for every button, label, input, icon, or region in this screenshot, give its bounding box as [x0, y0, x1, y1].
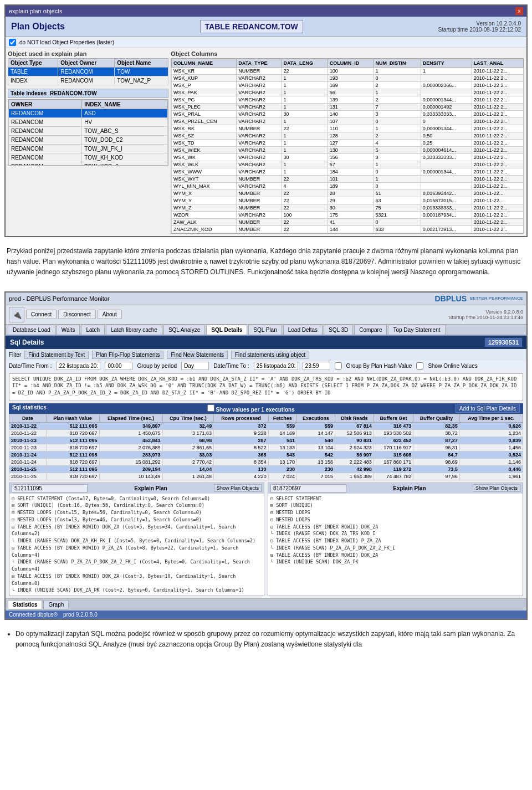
- explain-panel-left: Explain Plan Show Plan Objects ⊟ SELECT …: [9, 483, 264, 597]
- show-plan-objects-right[interactable]: Show Plan Objects: [473, 484, 520, 492]
- bottom-tab-statistics[interactable]: Statistics: [8, 600, 42, 609]
- object-used-row[interactable]: TABLEREDANCOMTOW: [8, 68, 168, 76]
- stats-table: DatePlan Hash ValueElapsed Time (sec.)Cp…: [9, 414, 523, 480]
- stats-col-header: Buffer Quality: [413, 414, 459, 422]
- explain-id-right[interactable]: [270, 484, 346, 493]
- col-row: WSK_RKNUMBER2211010,000001344...2010-11-…: [172, 125, 524, 132]
- status-bar: Connected dbplus® prod 9.2.0.8.0: [6, 611, 526, 619]
- group-hash-checkbox[interactable]: [335, 362, 342, 370]
- connect-button[interactable]: Connect: [26, 310, 57, 319]
- find-using-button[interactable]: Find statements using object: [231, 351, 309, 359]
- index-row[interactable]: REDANCOMTOW_JM_FK_I: [9, 145, 168, 153]
- stats-row: 2010-11-24512 111 095283,97333,033655435…: [9, 451, 523, 458]
- index-row[interactable]: REDANCOMTOW_KH_KOD: [9, 153, 168, 162]
- tree-item: ⊟ NESTED LOOPS: [270, 509, 520, 516]
- nav-tab-database-load[interactable]: Database Load: [8, 325, 55, 335]
- nav-tab-load-deltas[interactable]: Load Deltas: [283, 325, 323, 335]
- col-row: WYM_XNUMBER2228610,016393442...2010-11-2…: [172, 190, 524, 197]
- bullet-item-1: Do optymalizacji zapytań SQL można podej…: [16, 629, 525, 650]
- col-row: ZAW_ALKNUMBER224102010-11-22 2...: [172, 219, 524, 226]
- date-to-input[interactable]: [254, 362, 298, 370]
- col-row: WYM_ZNUMBER2230750,013333333...2010-11-2…: [172, 204, 524, 212]
- explain-tree-right: ⊟ SELECT STATEMENT ⊟ SORT (UNIQUE) ⊟ NES…: [268, 494, 523, 568]
- window-close-button[interactable]: ×: [515, 7, 523, 15]
- stats-col-header: Plan Hash Value: [46, 414, 99, 422]
- show-online-checkbox[interactable]: [416, 362, 423, 370]
- show-values-checkbox[interactable]: [207, 404, 214, 412]
- time-to-input[interactable]: [303, 362, 330, 370]
- nav-tab-sql-plan[interactable]: SQL Plan: [248, 325, 282, 335]
- col-row: WSK_KRNUMBER22100112010-11-22 2...: [172, 68, 524, 75]
- nav-tab-sql-analyze[interactable]: SQL Analyze: [163, 325, 205, 335]
- add-sql-details-button[interactable]: Add to Sql Plan Details: [456, 404, 520, 413]
- stats-row: 2010-11-25818 720 69710 143,491 261,484 …: [9, 473, 523, 480]
- stats-row: 2010-11-23818 720 6972 076,3892 861,658 …: [9, 444, 523, 451]
- startup-value: 2010-09-19 22:12:02: [469, 27, 521, 33]
- nav-tab-latch[interactable]: Latch: [81, 325, 104, 335]
- text-section-1: Przykład poniżej przedstawia zapytanie k…: [0, 242, 532, 287]
- connect-icon[interactable]: 🔌: [9, 307, 24, 322]
- tree-item: ⊟ SELECT STATEMENT: [270, 495, 520, 502]
- stats-col-header: Executions: [297, 414, 335, 422]
- col-row: WZORVARCHAR210017553210,000187934...2010…: [172, 212, 524, 219]
- explain-row: Explain Plan Show Plan Objects ⊟ SELECT …: [9, 483, 523, 597]
- columns-table: COLUMN_NAMEDATA_TYPEDATA_LENGCOLUMN_IDNU…: [171, 59, 524, 233]
- time-from-input[interactable]: [105, 362, 132, 370]
- stats-header: Sql statistics Show values per 1 executi…: [9, 403, 523, 414]
- explain-panel-right: Explain Plan Show Plan Objects ⊟ SELECT …: [268, 483, 523, 597]
- col-header: DENSITY: [421, 59, 472, 68]
- find-text-button[interactable]: Find Statement by Text: [24, 351, 89, 359]
- date-to-label: Date/Time To :: [213, 363, 249, 369]
- plan-flip-button[interactable]: Plan Flip-Flop Statements: [92, 351, 163, 359]
- date-from-input[interactable]: [56, 362, 100, 370]
- version-info: Version 10.2.0.4.0 Startup time 2010-09-…: [438, 20, 521, 33]
- toolbar-row: 🔌 Connect Disconnect About Version 9.2.0…: [6, 305, 526, 325]
- nav-tab-sql-3d[interactable]: SQL 3D: [324, 325, 353, 335]
- tree-item: └ INDEX (RANGE SCAN) DOK_ZA_KH_FK_I (Cos…: [12, 537, 262, 545]
- col-row: WYL_MIN_MAXVARCHAR2418902010-11-22 2...: [172, 183, 524, 190]
- col-owner: Object Owner: [58, 59, 115, 68]
- object-columns-label: Object Columns: [171, 50, 524, 57]
- nav-tab-sql-details[interactable]: SQL Details: [206, 325, 247, 335]
- col-index-name: INDEX_NAME: [82, 100, 168, 109]
- nav-tab-latch-library-cache[interactable]: Latch library cache: [106, 325, 162, 335]
- explain-tree-left: ⊟ SELECT STATEMENT (Cost=17, Bytes=0, Ca…: [9, 494, 264, 596]
- nav-icons: 🔌 Connect Disconnect About: [9, 307, 122, 322]
- do-not-load-checkbox[interactable]: [9, 39, 16, 46]
- col-header: LAST_ANAL: [472, 59, 523, 68]
- stats-section: Sql statistics Show values per 1 executi…: [9, 403, 523, 480]
- table-indexes-label: Table Indexes: [11, 90, 47, 96]
- index-row[interactable]: REDANCOMTOW_ABC_S: [9, 127, 168, 136]
- dbplus-window: prod - DBPLUS Performance Monitor DBPLUS…: [4, 291, 528, 620]
- explain-panel-left-header: Explain Plan Show Plan Objects: [9, 483, 264, 494]
- sql-details-header: Sql Details 125930531: [6, 336, 526, 349]
- col-row: WSK_PAKVARCHAR215612010-11-22 2...: [172, 89, 524, 96]
- find-new-button[interactable]: Find New Statements: [167, 351, 228, 359]
- col-row: WSK_PRALVARCHAR23014030,333333333...2010…: [172, 111, 524, 118]
- index-row[interactable]: REDANCOMTOW_DOD_C2: [9, 136, 168, 145]
- show-plan-objects-left[interactable]: Show Plan Objects: [214, 484, 262, 492]
- dbplus-window-title: prod - DBPLUS Performance Monitor: [9, 295, 110, 302]
- indexes-table: OWNER INDEX_NAME REDANCOMASDREDANCOMHVRE…: [8, 100, 168, 166]
- index-row[interactable]: REDANCOMASD: [9, 109, 168, 118]
- tree-item: └ INDEX (RANGE SCAN) DOK_ZA_TRS_KOD_I: [270, 530, 520, 537]
- plan-body: Object used in explain plan Object Type …: [6, 48, 526, 236]
- explain-id-left[interactable]: [12, 484, 88, 493]
- about-button[interactable]: About: [98, 310, 122, 319]
- nav-tab-top-day-statement[interactable]: Top Day Statement: [388, 325, 445, 335]
- nav-tab-waits[interactable]: Waits: [57, 325, 80, 335]
- version-value: 10.2.0.4.0: [497, 20, 521, 27]
- do-not-load-label: do NOT load Object Properties (faster): [19, 39, 114, 45]
- stats-label: Sql statistics: [12, 404, 47, 413]
- period-input[interactable]: [181, 362, 209, 370]
- explain-panel-right-header: Explain Plan Show Plan Objects: [268, 483, 523, 494]
- col-row: WSK_WKVARCHAR23015630,333333333...2010-1…: [172, 154, 524, 161]
- index-row[interactable]: REDANCOMHV: [9, 118, 168, 127]
- object-used-row[interactable]: INDEXREDANCOMTOW_NAZ_P: [8, 76, 168, 85]
- tree-item: ⊟ NESTED LOOPS: [270, 516, 520, 524]
- left-panel: Object used in explain plan Object Type …: [8, 50, 168, 234]
- bottom-tab-graph[interactable]: Graph: [43, 600, 69, 609]
- disconnect-button[interactable]: Disconnect: [58, 310, 95, 319]
- index-row[interactable]: REDANCOMTOW_KOD_0...: [9, 162, 168, 166]
- nav-tab-compare[interactable]: Compare: [354, 325, 387, 335]
